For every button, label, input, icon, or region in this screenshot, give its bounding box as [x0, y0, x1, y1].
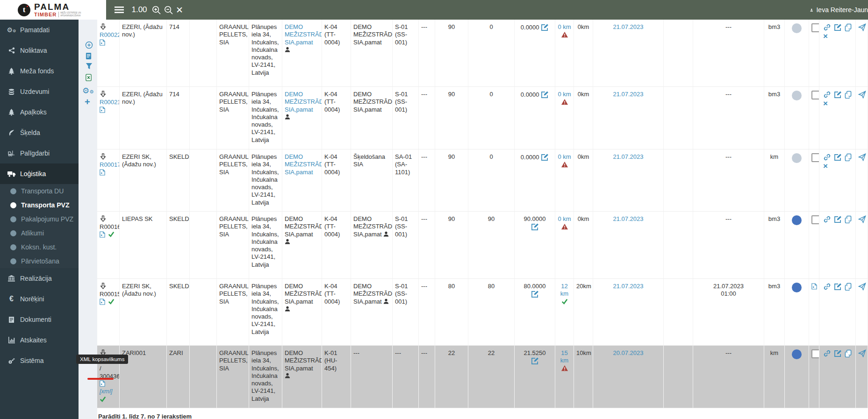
download-icon[interactable]	[100, 215, 107, 223]
edit-icon[interactable]	[541, 91, 549, 99]
sidebar-item-pamatdati[interactable]: ⚙⚙Pamatdati	[0, 20, 79, 40]
sidebar-item-sist-ma[interactable]: Sistēma	[0, 350, 79, 371]
paste-icon[interactable]	[86, 52, 92, 61]
record-link[interactable]: R00017	[100, 161, 117, 169]
link-icon[interactable]	[823, 215, 831, 224]
copy-icon[interactable]	[845, 349, 852, 358]
edit-icon[interactable]	[531, 290, 539, 299]
date-link[interactable]: 21.07.2023	[613, 153, 643, 160]
row-checkbox[interactable]	[811, 91, 819, 99]
pdf-icon[interactable]	[100, 298, 105, 306]
plus-icon[interactable]: +	[85, 97, 90, 107]
sender-link[interactable]: DEMO MEŽIZSTRĀDE, SIA,pamat	[285, 153, 322, 176]
plane-icon[interactable]	[858, 283, 866, 291]
date-link[interactable]: 21.07.2023	[613, 283, 643, 290]
plane-icon[interactable]	[858, 215, 866, 224]
distance-link[interactable]: 0 km	[558, 153, 571, 160]
zoom-in-button[interactable]	[151, 0, 162, 20]
app-logo[interactable]: t PALMA TIMBER MEŽU IZSTRĀDE UN APSAIMNI…	[0, 0, 106, 20]
edit-icon[interactable]	[541, 153, 549, 162]
edit-icon[interactable]	[834, 215, 842, 224]
sidebar-item-dokumenti[interactable]: Dokumenti	[0, 309, 79, 330]
plane-icon[interactable]	[858, 153, 866, 162]
link-icon[interactable]	[823, 153, 831, 162]
xml-link[interactable]: [xml]	[100, 388, 112, 395]
gears-icon[interactable]: ⚙⚙	[82, 87, 93, 95]
sidebar-item-p-rvieto-ana[interactable]: Pārvietošana	[0, 254, 79, 268]
link-icon[interactable]	[823, 91, 831, 99]
status-circle[interactable]	[792, 283, 802, 292]
status-circle[interactable]	[792, 215, 802, 225]
status-circle[interactable]	[792, 23, 802, 33]
status-circle[interactable]	[792, 349, 802, 359]
row-checkbox[interactable]	[811, 23, 819, 32]
date-link[interactable]: 21.07.2023	[613, 23, 643, 30]
row-checkbox[interactable]	[811, 153, 819, 162]
edit-icon[interactable]	[541, 23, 549, 32]
sender-link[interactable]: DEMO MEŽIZSTRĀDE, SIA,pamat	[285, 23, 322, 46]
edit-icon[interactable]	[834, 349, 842, 358]
download-icon[interactable]	[100, 23, 107, 31]
close-icon[interactable]: ×	[823, 32, 828, 40]
distance-link[interactable]: 0 km	[558, 91, 571, 98]
record-link[interactable]: R00021	[100, 99, 117, 106]
excel-icon[interactable]	[86, 74, 92, 83]
record-link[interactable]: R00015	[100, 291, 117, 298]
close-icon[interactable]: ×	[823, 99, 828, 107]
sidebar-item-nor-ini[interactable]: €Norēķini	[0, 289, 79, 309]
download-icon[interactable]	[100, 283, 107, 291]
edit-icon[interactable]	[834, 283, 842, 291]
edit-icon[interactable]	[834, 91, 842, 99]
sender-link[interactable]: DEMO MEŽIZSTRĀDE, SIA,pamat	[285, 91, 322, 113]
menu-toggle-button[interactable]	[112, 0, 126, 20]
download-icon[interactable]	[100, 153, 107, 161]
record-link[interactable]: R00016	[100, 223, 117, 231]
status-circle[interactable]	[792, 91, 802, 100]
sidebar-item-atskaites[interactable]: Atskaites	[0, 330, 79, 350]
sidebar-item-transporta-du[interactable]: Transporta DU	[0, 184, 79, 198]
copy-icon[interactable]	[845, 283, 852, 291]
row-checkbox[interactable]	[811, 215, 819, 224]
record-link[interactable]: R00022	[100, 31, 117, 39]
row-checkbox[interactable]	[811, 349, 819, 358]
sidebar-item-koksn-kust[interactable]: Koksn. kust.	[0, 240, 79, 254]
pdf-icon[interactable]	[100, 231, 105, 239]
sidebar-item-lo-istika[interactable]: Loģistika	[0, 163, 79, 184]
sidebar-item-uzdevumi[interactable]: Uzdevumi	[0, 81, 79, 102]
sidebar-item-elda[interactable]: Šķelda	[0, 122, 79, 143]
edit-icon[interactable]	[834, 153, 842, 162]
pdf-icon[interactable]	[811, 283, 817, 291]
distance-link[interactable]: 12 km	[560, 283, 568, 297]
sidebar-item-atlikumi[interactable]: Atlikumi	[0, 226, 79, 240]
plane-icon[interactable]	[858, 349, 866, 358]
plane-icon[interactable]	[858, 91, 866, 99]
sidebar-item-realiz-cija[interactable]: Realizācija	[0, 268, 79, 289]
distance-link[interactable]: 0 km	[558, 215, 571, 222]
pdf-icon[interactable]	[100, 380, 105, 388]
pdf-icon[interactable]	[100, 39, 105, 47]
edit-icon[interactable]	[531, 223, 539, 232]
date-link[interactable]: 20.07.2023	[613, 349, 643, 356]
sidebar-item-noliktava[interactable]: Noliktava	[0, 40, 79, 61]
status-circle[interactable]	[792, 153, 802, 163]
link-icon[interactable]	[823, 283, 831, 291]
distance-link[interactable]: 0 km	[558, 23, 571, 30]
reset-zoom-button[interactable]: ✕	[174, 0, 185, 20]
plane-icon[interactable]	[858, 23, 866, 32]
download-icon[interactable]	[100, 91, 107, 99]
pdf-icon[interactable]	[100, 107, 105, 114]
sidebar-item-pal-gdarbi[interactable]: Palīgdarbi	[0, 143, 79, 163]
copy-icon[interactable]	[845, 153, 852, 162]
date-link[interactable]: 21.07.2023	[613, 91, 643, 98]
user-menu[interactable]: Ieva Reitere-Jaun	[810, 0, 868, 20]
distance-link[interactable]: 15 km	[560, 349, 568, 364]
close-icon[interactable]: ×	[823, 162, 828, 170]
sidebar-item-apa-koks[interactable]: Apaļkoks	[0, 102, 79, 122]
copy-icon[interactable]	[845, 91, 852, 99]
link-icon[interactable]	[823, 23, 831, 32]
filter-icon[interactable]	[86, 63, 93, 71]
sidebar-item-me-a-fonds[interactable]: Meža fonds	[0, 61, 79, 81]
zoom-out-button[interactable]	[163, 0, 174, 20]
copy-icon[interactable]	[845, 215, 852, 224]
edit-icon[interactable]	[834, 23, 842, 32]
